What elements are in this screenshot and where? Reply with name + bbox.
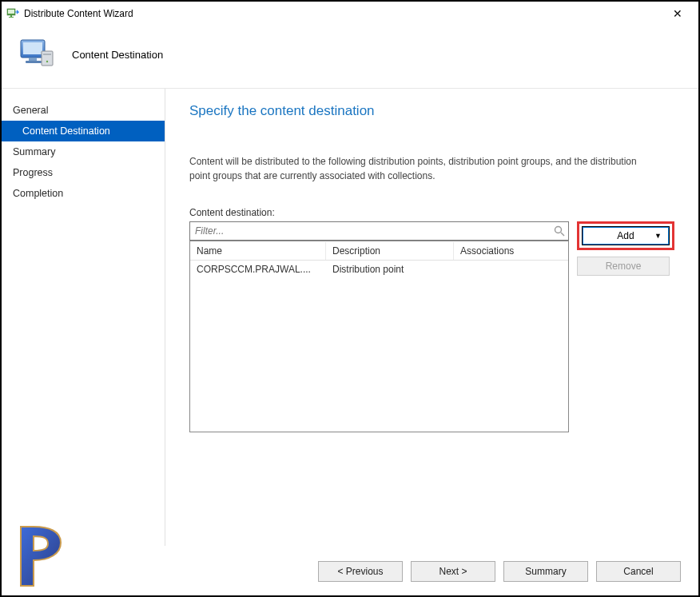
sidebar-item-general[interactable]: General [2,100,165,121]
add-highlight: Add ▼ [577,221,674,250]
cancel-button[interactable]: Cancel [596,561,681,582]
sidebar-item-label: Summary [13,146,55,157]
filter-input[interactable] [189,221,569,241]
window-title: Distribute Content Wizard [24,8,662,19]
computer-icon [18,35,56,74]
sidebar-item-label: Completion [13,188,63,199]
sidebar-item-label: Content Destination [22,125,110,137]
destination-table: Name Description Associations CORPSCCM.P… [189,241,569,432]
sidebar-item-label: Progress [13,167,53,178]
svg-rect-6 [29,58,37,61]
filter-wrap [189,221,569,241]
header-band: Content Destination [2,26,698,88]
table-column: Name Description Associations CORPSCCM.P… [189,221,569,432]
previous-button[interactable]: < Previous [318,561,403,582]
table-row[interactable]: CORPSCCM.PRAJWAL.... Distribution point [190,261,568,278]
cell-description: Distribution point [326,262,454,277]
svg-rect-3 [9,17,14,18]
sidebar-item-progress[interactable]: Progress [2,162,165,183]
summary-button[interactable]: Summary [503,561,588,582]
section-title: Specify the content destination [189,103,674,119]
titlebar: Distribute Content Wizard ✕ [2,2,698,26]
svg-rect-9 [43,54,51,55]
svg-rect-5 [23,42,42,54]
svg-rect-8 [42,51,53,66]
svg-line-12 [561,233,564,236]
svg-point-10 [46,61,48,62]
close-button[interactable]: ✕ [662,2,694,25]
app-icon [6,7,19,20]
footer-buttons: < Previous Next > Summary Cancel [2,547,698,595]
description-text: Content will be distributed to the follo… [189,154,653,183]
sidebar-item-content-destination[interactable]: Content Destination [2,121,165,141]
column-description[interactable]: Description [326,242,454,260]
page-title: Content Destination [72,49,163,61]
add-button-label: Add [617,230,634,241]
table-header: Name Description Associations [190,241,568,261]
next-button[interactable]: Next > [411,561,495,582]
cell-associations [454,268,568,271]
destination-row: Name Description Associations CORPSCCM.P… [189,221,674,432]
sidebar-item-completion[interactable]: Completion [2,183,165,204]
column-associations[interactable]: Associations [454,242,568,260]
chevron-down-icon: ▼ [654,232,662,240]
svg-rect-7 [26,61,42,63]
sidebar-item-summary[interactable]: Summary [2,141,165,162]
main-area: General Content Destination Summary Prog… [2,89,698,546]
search-icon [553,225,566,237]
content-destination-label: Content destination: [189,207,674,218]
side-buttons: Add ▼ Remove [577,221,674,276]
sidebar-item-label: General [13,105,48,116]
content-pane: Specify the content destination Content … [165,89,698,546]
add-button[interactable]: Add ▼ [583,227,669,245]
svg-point-11 [555,227,562,233]
sidebar: General Content Destination Summary Prog… [2,89,165,546]
close-icon: ✕ [673,7,682,20]
cell-name: CORPSCCM.PRAJWAL.... [190,262,326,277]
remove-button: Remove [577,257,670,276]
svg-rect-1 [8,10,14,14]
column-name[interactable]: Name [190,242,326,260]
svg-rect-2 [10,15,12,17]
